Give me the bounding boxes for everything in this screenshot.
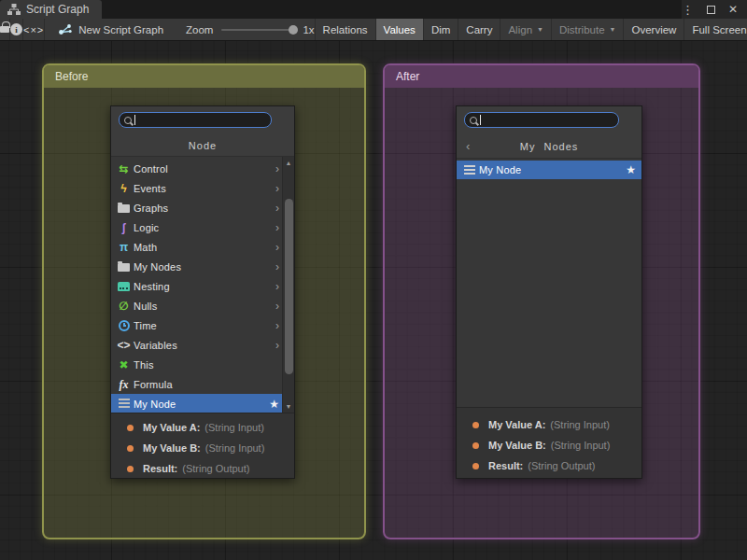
port-row: My Value A:(String Input) [457, 414, 641, 435]
search-field[interactable] [119, 112, 272, 128]
port-name: My Value B: [488, 440, 546, 451]
chevron-right-icon [275, 163, 279, 175]
info-button[interactable] [10, 19, 23, 40]
finder-item-variables[interactable]: <>Variables [111, 335, 294, 355]
toolbar-button-label: Full Screen [692, 24, 746, 35]
toolbar-button-dim[interactable]: Dim [423, 19, 458, 40]
window-controls: ⋮ ✕ [682, 0, 747, 19]
favorite-star-icon[interactable] [626, 164, 636, 175]
toolbar-button-full-screen[interactable]: Full Screen [684, 19, 747, 40]
toolbar-button-label: Dim [431, 24, 450, 35]
port-dot-icon [127, 466, 134, 472]
finder-item-label: Time [134, 320, 275, 331]
finder-item-my-node[interactable]: My Node [111, 394, 294, 413]
toolbar-button-overview[interactable]: Overview [623, 19, 684, 40]
toolbar-button-carry[interactable]: Carry [458, 19, 500, 40]
finder-item-logic[interactable]: ʃLogic [111, 217, 294, 237]
finder-item-this[interactable]: ✖This [111, 355, 294, 374]
favorite-star-icon[interactable] [269, 399, 279, 410]
stack-icon [116, 399, 132, 409]
port-name: My Value A: [143, 422, 200, 433]
toolbar-button-values[interactable]: Values [375, 19, 423, 40]
search-input[interactable] [120, 113, 271, 127]
group-before-header[interactable]: Before [44, 65, 364, 88]
port-name: Result: [143, 463, 177, 474]
finder-item-formula[interactable]: fxFormula [111, 374, 294, 394]
finder-item-events[interactable]: ϟEvents [111, 178, 294, 198]
tab-script-graph[interactable]: Script Graph [0, 0, 102, 19]
group-after-header[interactable]: After [385, 65, 698, 88]
toolbar-button-relations[interactable]: Relations [315, 19, 375, 40]
dropdown-arrow-icon: ▼ [537, 26, 543, 33]
scrollbar-thumb[interactable] [285, 199, 293, 374]
back-chevron-icon[interactable]: ‹ [466, 134, 471, 159]
port-name: My Value A: [488, 419, 545, 430]
port-name: Result: [488, 460, 523, 471]
nulls-icon: ∅ [116, 301, 132, 312]
close-icon[interactable]: ✕ [728, 4, 738, 15]
lock-icon [0, 26, 9, 33]
toolbar-button-align: Align▼ [500, 19, 551, 40]
port-row: Result:(String Output) [111, 458, 294, 479]
chevron-right-icon [275, 281, 279, 292]
finder-item-label: Events [134, 183, 275, 194]
toolbar-button-label: Overview [631, 24, 676, 35]
finder-item-label: My Nodes [134, 261, 275, 273]
chevron-right-icon [275, 242, 279, 253]
stack-icon [461, 165, 477, 175]
port-dot-icon [127, 425, 134, 431]
zoom-value: 1x [303, 24, 314, 35]
finder-item-graphs[interactable]: Graphs [111, 198, 294, 217]
port-type: (String Output) [182, 463, 249, 474]
finder-item-label: My Node [134, 399, 269, 410]
finder-right-list: My Node [457, 159, 641, 407]
port-row: My Value B:(String Input) [457, 435, 641, 455]
chevron-right-icon [275, 222, 279, 233]
chevron-right-icon [275, 301, 279, 312]
new-script-graph-button[interactable]: New Script Graph [58, 23, 163, 35]
zoom-slider[interactable] [221, 29, 294, 31]
new-script-graph-label: New Script Graph [78, 24, 163, 35]
fuzzy-finder-right: ‹ My Nodes My Node My Value A:(String In… [456, 105, 642, 479]
port-type: (String Input) [551, 440, 611, 451]
this-icon: ✖ [116, 359, 132, 371]
finder-right-header: ‹ My Nodes [457, 134, 641, 159]
node-graph-icon [58, 23, 73, 35]
title-bar: Script Graph ⋮ ✕ [0, 0, 747, 19]
search-input[interactable] [465, 113, 618, 127]
tab-title: Script Graph [26, 3, 89, 16]
zoom-slider-handle[interactable] [289, 25, 298, 35]
graph-toolbar: <×> New Script Graph Zoom 1x RelationsVa… [0, 19, 747, 41]
toolbar-button-label: Align [508, 24, 532, 35]
port-type: (String Input) [550, 419, 610, 430]
menu-kebab-icon[interactable]: ⋮ [682, 4, 694, 16]
finder-item-my-nodes[interactable]: My Nodes [111, 257, 294, 276]
finder-right-ports: My Value A:(String Input)My Value B:(Str… [457, 407, 641, 478]
scroll-up-icon[interactable]: ▲ [283, 157, 294, 169]
finder-item-label: This [134, 359, 279, 371]
finder-item-math[interactable]: πMath [111, 237, 294, 257]
finder-item-label: Formula [134, 379, 279, 390]
toolbar-button-label: Carry [466, 24, 492, 35]
maximize-icon[interactable] [707, 6, 715, 14]
finder-left-header: Node [111, 134, 294, 157]
finder-item-control[interactable]: ⇆Control [111, 159, 294, 178]
finder-item-time[interactable]: Time [111, 315, 294, 335]
scroll-down-icon[interactable]: ▼ [283, 400, 294, 413]
graph-canvas[interactable]: Before After Node ▲ ▼ ⇆ControlϟEventsGra… [0, 41, 747, 560]
finder-item-label: Variables [134, 340, 275, 351]
lock-button[interactable] [0, 19, 10, 40]
finder-item-my-node[interactable]: My Node [457, 161, 641, 179]
folder-icon [116, 203, 132, 213]
chevron-right-icon [275, 261, 279, 273]
dropdown-arrow-icon: ▼ [610, 26, 616, 33]
finder-item-nesting[interactable]: Nesting [111, 276, 294, 296]
finder-item-label: Math [134, 242, 275, 253]
finder-item-nulls[interactable]: ∅Nulls [111, 296, 294, 315]
code-view-button[interactable]: <×> [23, 19, 45, 40]
chevron-right-icon [275, 320, 279, 331]
toolbar-button-label: Values [384, 24, 416, 35]
formula-icon: fx [116, 379, 132, 390]
scrollbar[interactable]: ▲ ▼ [282, 157, 294, 413]
search-field[interactable] [464, 112, 619, 128]
